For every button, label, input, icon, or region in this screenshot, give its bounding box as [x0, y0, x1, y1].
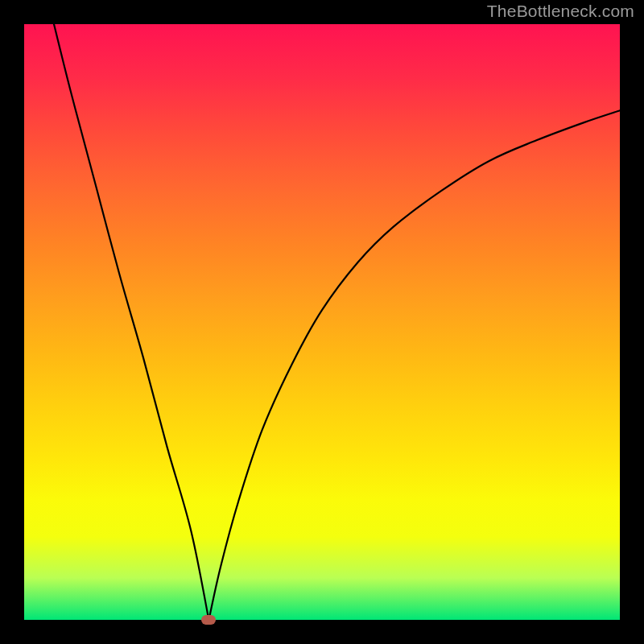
chart-container: TheBottleneck.com — [0, 0, 644, 644]
left-branch-line — [54, 24, 208, 620]
vertex-marker — [201, 615, 216, 625]
watermark-text: TheBottleneck.com — [487, 2, 634, 21]
right-branch-line — [208, 110, 620, 620]
plot-area — [24, 24, 620, 620]
curve-svg — [24, 24, 620, 620]
